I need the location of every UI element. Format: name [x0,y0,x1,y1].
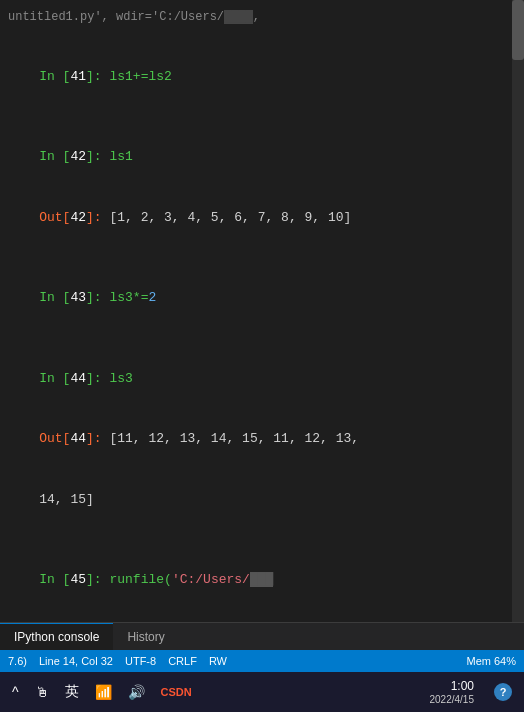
line-ending: CRLF [168,655,197,667]
tab-bar: IPython console History [0,622,524,650]
partial-line: untitled1.py', wdir='C:/Users/████, [8,8,512,27]
system-date: 2022/4/15 [430,694,475,705]
code-line-44: In [44]: ls3 [8,349,512,409]
encoding: UTF-8 [125,655,156,667]
scrollbar[interactable] [512,0,524,622]
python-version: 7.6) [8,655,27,667]
tab-history[interactable]: History [113,623,178,650]
code-line-45b: untitled1.py', wdir='C:/Users/██ , [8,611,512,622]
mouse-icon: 🖱 [35,684,49,700]
output-line-44: Out[44]: [11, 12, 13, 14, 15, 11, 12, 13… [8,409,512,469]
taskbar: ^ 🖱 英 📶 🔊 CSDN 1:00 2022/4/15 ? [0,672,524,712]
output-line-42: Out[42]: [1, 2, 3, 4, 5, 6, 7, 8, 9, 10] [8,188,512,248]
wifi-icon[interactable]: 📶 [95,684,112,700]
tab-ipython-console[interactable]: IPython console [0,623,113,650]
code-line-43: In [43]: ls3*=2 [8,268,512,328]
system-time: 1:00 [451,679,474,693]
help-button[interactable]: ? [494,683,512,701]
code-line-42: In [42]: ls1 [8,127,512,187]
mem-usage: Mem 64% [466,655,516,667]
csdn-logo[interactable]: CSDN [161,686,192,698]
chevron-icon[interactable]: ^ [12,684,19,700]
console-area: untitled1.py', wdir='C:/Users/████, In [… [0,0,524,622]
volume-icon[interactable]: 🔊 [128,684,145,700]
status-bar: 7.6) Line 14, Col 32 UTF-8 CRLF RW Mem 6… [0,650,524,672]
output-line-44b: 14, 15] [8,470,512,530]
scrollbar-thumb[interactable] [512,0,524,60]
code-line-41: In [41]: ls1+=ls2 [8,47,512,107]
rw-status: RW [209,655,227,667]
ime-icon[interactable]: 英 [65,683,79,701]
code-line-45: In [45]: runfile('C:/Users/███ [8,550,512,610]
line-col: Line 14, Col 32 [39,655,113,667]
